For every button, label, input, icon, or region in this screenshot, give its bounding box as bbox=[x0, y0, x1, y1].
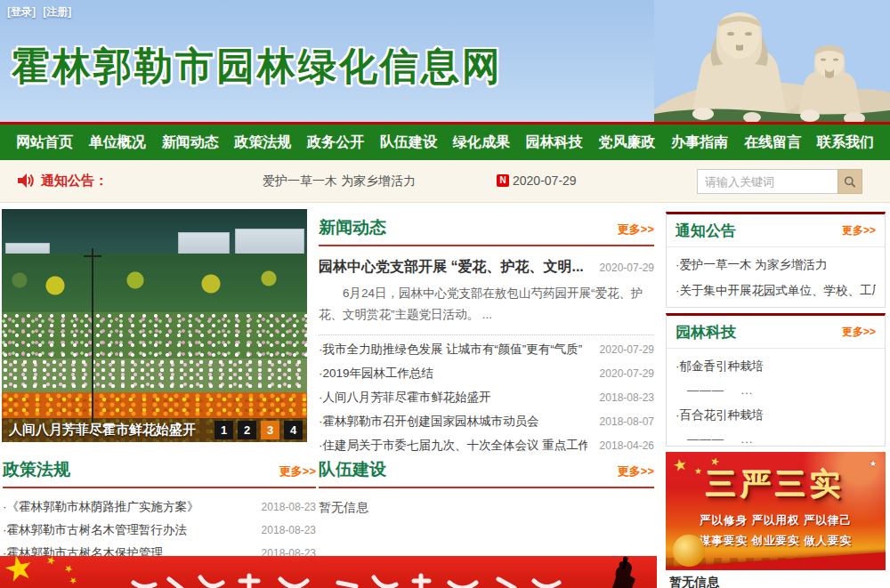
featured-news-title[interactable]: 园林中心党支部开展 “爱花、护花、文明... bbox=[319, 258, 584, 277]
new-badge-icon: N bbox=[497, 174, 509, 187]
team-section-title: 队伍建设 bbox=[319, 458, 386, 481]
below-banner-empty-message: 暂无信息 bbox=[669, 575, 719, 588]
notice-box-title: 通知公告 bbox=[676, 221, 736, 241]
site-title: 霍林郭勒市园林绿化信息网 bbox=[12, 41, 503, 93]
genghis-khan-statues-image bbox=[654, 0, 890, 122]
notice-label: 通知公告： bbox=[41, 173, 108, 189]
slider-pager: 1 2 3 4 bbox=[214, 421, 303, 439]
news-list-item: ·住建局关于市委七届九次、十次全体会议 重点工作任... 2018-04-26 bbox=[319, 434, 654, 458]
notice-box-header: 通知公告 更多>> bbox=[667, 214, 885, 247]
policy-item-date: 2018-08-23 bbox=[262, 501, 316, 513]
notice-ticker-link[interactable]: 爱护一草一木 为家乡增活力 bbox=[263, 173, 416, 189]
nav-item-news[interactable]: 新闻动态 bbox=[162, 133, 219, 152]
photo-slider[interactable]: 人间八月芳菲尽霍市鲜花始盛开 1 2 3 4 bbox=[2, 209, 307, 442]
register-link[interactable]: [注册] bbox=[43, 5, 71, 18]
calligraphy-strokes bbox=[116, 556, 596, 588]
three-stricts-banner[interactable]: ★ ★ ★ ★ 三严三实 严以修身 严以用权 严以律己 谋事要实 创业要实 做人… bbox=[666, 452, 886, 570]
nav-item-service-guide[interactable]: 办事指南 bbox=[671, 133, 728, 152]
big-star-icon: ★ bbox=[0, 556, 37, 588]
news-list-item: ·人间八月芳菲尽霍市鲜花始盛开 2018-08-23 bbox=[319, 386, 654, 410]
nav-item-online-message[interactable]: 在线留言 bbox=[744, 133, 801, 152]
slider-page-2[interactable]: 2 bbox=[238, 421, 256, 439]
slider-photo-trees bbox=[2, 254, 307, 312]
nav-item-gov-affairs[interactable]: 政务公开 bbox=[307, 133, 364, 152]
garden-tech-box-header: 园林科技 更多>> bbox=[667, 316, 885, 349]
featured-news-date: 2020-07-29 bbox=[600, 262, 654, 274]
policy-more-link[interactable]: 更多>> bbox=[279, 463, 316, 479]
news-item-date: 2020-07-29 bbox=[600, 343, 654, 356]
news-list: ·我市全力助推绿色发展 让城市有“颜值”更有“气质” 2020-07-29 ·2… bbox=[319, 338, 654, 458]
slider-photo-flowerfield bbox=[2, 312, 307, 358]
news-section-title: 新闻动态 bbox=[319, 216, 386, 239]
garden-tech-box-title: 园林科技 bbox=[676, 322, 736, 342]
policy-list-item: ·《霍林郭勒市林荫路推广实施方案》 2018-08-23 bbox=[3, 495, 316, 519]
nav-item-home[interactable]: 网站首页 bbox=[16, 133, 73, 152]
garden-tech-item[interactable]: ·郁金香引种栽培 bbox=[676, 353, 876, 379]
news-item-date: 2018-08-07 bbox=[600, 415, 654, 428]
nav-item-team[interactable]: 队伍建设 bbox=[380, 133, 437, 152]
news-list-item: ·霍林郭勒市召开创建国家园林城市动员会 2018-08-07 bbox=[319, 410, 654, 434]
search-input[interactable] bbox=[697, 169, 837, 194]
dotted-divider bbox=[319, 334, 654, 335]
garden-tech-box: 园林科技 更多>> ·郁金香引种栽培 ——— ... ·百合花引种栽培 ——— … bbox=[666, 313, 886, 447]
featured-news-summary: 6月24日，园林中心党支部在敖包山芍药园开展“爱花、护花、文明赏花”主题党日活动… bbox=[319, 283, 654, 326]
policy-list: ·《霍林郭勒市林荫路推广实施方案》 2018-08-23 ·霍林郭勒市古树名木管… bbox=[3, 495, 316, 565]
policy-item-date: 2018-08-23 bbox=[262, 524, 316, 536]
garden-tech-more-link[interactable]: 更多>> bbox=[842, 325, 876, 340]
main-navigation: 网站首页 单位概况 新闻动态 政策法规 政务公开 队伍建设 绿化成果 园林科技 … bbox=[0, 125, 890, 160]
slider-photo-pole-arm bbox=[84, 255, 101, 257]
news-item-link[interactable]: ·2019年园林工作总结 bbox=[319, 366, 433, 382]
notice-box-item[interactable]: ·关于集中开展花园式单位、学校、工厂... bbox=[676, 278, 876, 303]
news-item-link[interactable]: ·住建局关于市委七届九次、十次全体会议 重点工作任... bbox=[319, 438, 587, 454]
slider-photo-pole bbox=[92, 248, 93, 423]
policy-section: 政策法规 更多>> ·《霍林郭勒市林荫路推广实施方案》 2018-08-23 ·… bbox=[3, 458, 316, 565]
login-link[interactable]: [登录] bbox=[7, 5, 36, 18]
news-item-link[interactable]: ·人间八月芳菲尽霍市鲜花始盛开 bbox=[319, 390, 491, 406]
news-item-link[interactable]: ·霍林郭勒市召开创建国家园林城市动员会 bbox=[319, 414, 539, 430]
notice-ticker-bar: 通知公告： 爱护一草一木 为家乡增活力 N 2020-07-29 bbox=[0, 160, 890, 203]
nav-item-greening-results[interactable]: 绿化成果 bbox=[453, 133, 510, 152]
speaker-icon bbox=[16, 172, 36, 189]
news-more-link[interactable]: 更多>> bbox=[618, 222, 654, 238]
slider-page-3-active[interactable]: 3 bbox=[261, 421, 279, 439]
news-item-date: 2018-04-26 bbox=[600, 439, 654, 452]
page-root: [登录] [注册] 霍林郭勒市园林绿化信息网 bbox=[0, 0, 890, 588]
banner-slogan-line1: 严以修身 严以用权 严以律己 bbox=[666, 513, 886, 528]
team-section-header: 队伍建设 更多>> bbox=[319, 458, 654, 488]
news-item-link[interactable]: ·我市全力助推绿色发展 让城市有“颜值”更有“气质” bbox=[319, 342, 582, 358]
news-item-date: 2018-08-23 bbox=[600, 391, 654, 404]
news-section: 新闻动态 更多>> 园林中心党支部开展 “爱花、护花、文明... 2020-07… bbox=[319, 216, 654, 458]
site-header: [登录] [注册] 霍林郭勒市园林绿化信息网 bbox=[0, 0, 890, 122]
small-star-icon: ★ bbox=[44, 556, 58, 568]
bottom-flag-banner[interactable]: ★ ★ ★ ★ bbox=[0, 556, 657, 588]
search-icon bbox=[844, 175, 856, 189]
slider-page-1[interactable]: 1 bbox=[214, 421, 233, 439]
policy-item-link[interactable]: ·《霍林郭勒市林荫路推广实施方案》 bbox=[3, 499, 199, 515]
slider-page-4[interactable]: 4 bbox=[284, 421, 303, 439]
news-section-header: 新闻动态 更多>> bbox=[319, 216, 654, 246]
banner-title: 三严三实 bbox=[666, 464, 886, 505]
nav-item-party-conduct[interactable]: 党风廉政 bbox=[599, 133, 656, 152]
nav-item-about[interactable]: 单位概况 bbox=[89, 133, 146, 152]
garden-tech-item-sub: ——— ... bbox=[676, 428, 876, 451]
notice-box-list: ·爱护一草一木 为家乡增活力 ·关于集中开展花园式单位、学校、工厂... bbox=[667, 247, 885, 303]
notice-box-more-link[interactable]: 更多>> bbox=[842, 223, 876, 238]
garden-tech-item[interactable]: ·百合花引种栽培 bbox=[676, 402, 876, 428]
featured-news-header: 园林中心党支部开展 “爱花、护花、文明... 2020-07-29 bbox=[319, 258, 654, 277]
search-button[interactable] bbox=[837, 169, 862, 194]
news-list-item: ·2019年园林工作总结 2020-07-29 bbox=[319, 362, 654, 386]
nav-item-policy[interactable]: 政策法规 bbox=[234, 133, 291, 152]
nav-item-contact[interactable]: 联系我们 bbox=[817, 133, 874, 152]
policy-item-link[interactable]: ·霍林郭勒市古树名木管理暂行办法 bbox=[3, 522, 187, 538]
notice-box: 通知公告 更多>> ·爱护一草一木 为家乡增活力 ·关于集中开展花园式单位、学校… bbox=[666, 212, 886, 308]
notice-box-item[interactable]: ·爱护一草一木 为家乡增活力 bbox=[676, 252, 876, 278]
nav-item-garden-tech[interactable]: 园林科技 bbox=[526, 133, 583, 152]
team-building-section: 队伍建设 更多>> 暂无信息 bbox=[319, 458, 654, 516]
slider-photo-flowerfield bbox=[2, 358, 307, 392]
team-more-link[interactable]: 更多>> bbox=[618, 463, 654, 479]
garden-tech-item-sub: ——— ... bbox=[676, 379, 876, 402]
policy-list-item: ·霍林郭勒市古树名木管理暂行办法 2018-08-23 bbox=[3, 519, 316, 542]
soldier-statue-silhouette bbox=[596, 556, 650, 588]
news-list-item: ·我市全力助推绿色发展 让城市有“颜值”更有“气质” 2020-07-29 bbox=[319, 338, 654, 362]
slider-caption[interactable]: 人间八月芳菲尽霍市鲜花始盛开 bbox=[9, 422, 196, 439]
